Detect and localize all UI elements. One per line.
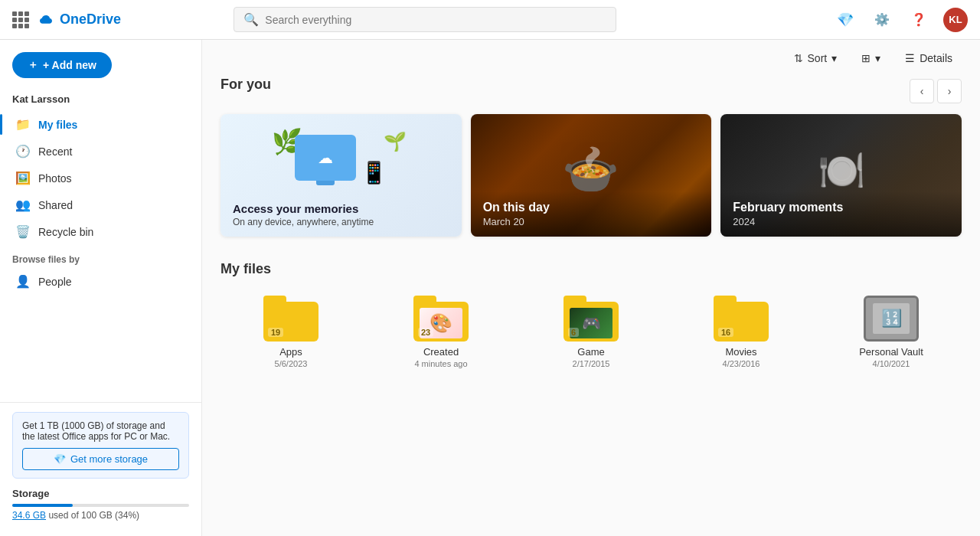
folder-created-icon: 🎨 23 [413,296,469,342]
my-files-title: My files [220,261,962,277]
storage-text: 34.6 GB used of 100 GB (34%) [12,510,189,521]
vault-date: 4/10/2021 [873,359,910,368]
card-on-this-day[interactable]: On this day March 20 [471,114,712,237]
folder-apps-date: 5/6/2023 [275,359,308,368]
storage-promo: Get 1 TB (1000 GB) of storage and the la… [12,412,189,479]
vault-dial-icon: 🔢 [881,309,902,328]
search-input[interactable] [265,14,606,26]
folder-movies-icon: 16 [714,296,769,342]
storage-section: Get 1 TB (1000 GB) of storage and the la… [0,402,201,530]
settings-icon[interactable]: ⚙️ [870,8,894,32]
folder-apps[interactable]: 19 Apps 5/6/2023 [220,289,361,374]
feb-moments-sub: 2024 [733,216,949,227]
folder-created-name: Created [423,346,459,358]
user-name: Kat Larsson [0,90,201,111]
avatar-initials: KL [949,14,962,25]
get-storage-button[interactable]: 💎 Get more storage [22,448,179,470]
storage-bar-fill [12,504,73,507]
sidebar-item-recycle-bin[interactable]: 🗑️ Recycle bin [3,218,198,245]
search-icon: 🔍 [243,12,259,27]
folder-icon: 📁 [15,117,31,132]
monitor-stand [316,181,335,185]
app-logo[interactable]: OneDrive [38,11,121,28]
vault-name: Personal Vault [859,346,923,358]
sort-button[interactable]: ⇅ Sort ▾ [785,47,847,69]
details-icon: ☰ [905,52,915,64]
card-access-memories[interactable]: 🌿 🌱 ☁ 📱 [220,114,462,237]
waffle-icon[interactable] [12,11,29,28]
folder-movies-date: 4/23/2016 [723,359,760,368]
plus-icon: ＋ [28,58,38,72]
sidebar: ＋ + Add new Kat Larsson 📁 My files 🕐 Rec… [0,40,202,536]
personal-vault-item[interactable]: 🔢 Personal Vault 4/10/2021 [821,289,962,374]
folder-body: 16 [714,302,769,342]
folder-body: 19 [263,302,318,342]
promo-text: Get 1 TB (1000 GB) of storage and the la… [22,420,170,442]
topbar: OneDrive 🔍 💎 ⚙️ ❓ KL [0,0,980,40]
card-photo-dinner: February moments 2024 [720,114,962,237]
storage-of-label: used of 100 GB (34%) [48,510,139,521]
card-february-moments[interactable]: February moments 2024 [720,114,962,237]
prev-arrow[interactable]: ‹ [910,79,934,103]
sort-chevron-icon: ▾ [831,52,837,64]
sidebar-item-label: Shared [38,199,73,211]
main-layout: ＋ + Add new Kat Larsson 📁 My files 🕐 Rec… [0,40,980,536]
content-toolbar: ⇅ Sort ▾ ⊞ ▾ ☰ Details [202,40,980,77]
view-chevron-icon: ▾ [875,52,880,64]
for-you-cards: 🌿 🌱 ☁ 📱 [220,114,962,237]
card-access-title: Access your memories [233,202,374,215]
sidebar-item-label: People [38,276,72,288]
for-you-header: For you ‹ › [220,77,962,105]
sidebar-item-shared[interactable]: 👥 Shared [3,191,198,218]
sidebar-item-people[interactable]: 👤 People [3,268,198,295]
folder-count: 23 [418,328,433,337]
folder-game-date: 2/17/2015 [573,359,610,368]
browse-label: Browse files by [0,245,201,268]
next-arrow[interactable]: › [937,79,962,103]
storage-label: Storage [12,488,189,499]
storage-bar-background [12,504,189,507]
add-new-button[interactable]: ＋ + Add new [12,52,112,78]
details-button[interactable]: ☰ Details [896,47,962,69]
premium-icon[interactable]: 💎 [833,8,858,32]
sidebar-item-label: My files [38,119,77,131]
grid-icon: ⊞ [861,52,871,64]
on-this-day-sub: March 20 [483,216,700,227]
card-overlay-dinner: February moments 2024 [720,191,962,237]
storage-used-link[interactable]: 34.6 GB [12,510,46,521]
folder-game-name: Game [577,346,604,358]
feb-moments-title: February moments [733,201,949,214]
folder-movies[interactable]: 16 Movies 4/23/2016 [671,289,812,374]
card-overlay-food: On this day March 20 [471,191,712,237]
card-access-bg: 🌿 🌱 ☁ 📱 [220,114,462,237]
help-icon[interactable]: ❓ [906,8,931,32]
sidebar-item-label: Photos [38,172,72,185]
app-name: OneDrive [60,11,121,28]
view-button[interactable]: ⊞ ▾ [852,47,890,69]
on-this-day-title: On this day [483,201,700,214]
files-grid: 19 Apps 5/6/2023 🎨 23 [220,289,962,374]
sidebar-item-label: Recent [38,145,72,158]
folder-body: 🎮 6 [564,302,619,342]
folder-game-icon: 🎮 6 [564,296,619,342]
folder-body: 🎨 23 [413,302,469,342]
folder-apps-icon: 19 [263,296,318,342]
vault-icon: 🔢 [864,296,919,342]
folder-created-date: 4 minutes ago [414,359,467,368]
folder-created[interactable]: 🎨 23 Created 4 minutes ago [371,289,511,374]
folder-game[interactable]: 🎮 6 Game 2/17/2015 [521,289,662,374]
sidebar-item-my-files[interactable]: 📁 My files [3,111,198,138]
people-icon: 👤 [15,274,31,289]
cloud-icon: ☁ [318,149,333,167]
content-area: For you ‹ › 🌿 🌱 [202,77,980,393]
sidebar-item-photos[interactable]: 🖼️ Photos [3,165,198,191]
carousel-arrows: ‹ › [910,79,962,103]
search-bar[interactable]: 🔍 [234,7,616,32]
vault-inner: 🔢 [871,302,911,335]
recycle-icon: 🗑️ [15,224,31,239]
for-you-title: For you [220,77,271,93]
sidebar-item-recent[interactable]: 🕐 Recent [3,138,198,165]
diamond-icon: 💎 [54,453,66,465]
photos-icon: 🖼️ [15,171,31,185]
avatar[interactable]: KL [943,8,968,32]
